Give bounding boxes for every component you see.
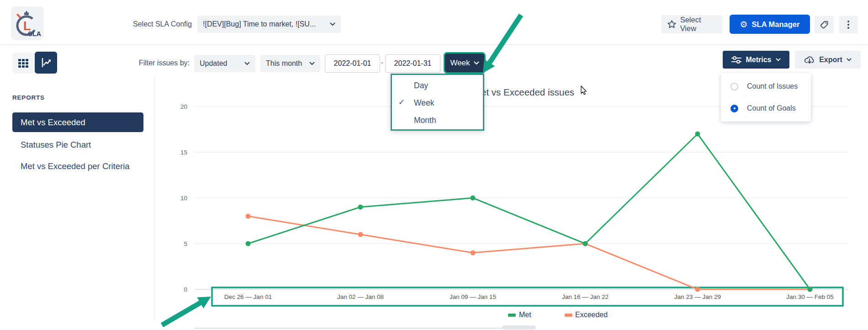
- met-vs-exceeded-line-chart: 05101520Dec 26 — Jan 01Jan 02 — Jan 08Ja…: [0, 0, 868, 330]
- svg-text:15: 15: [180, 149, 187, 156]
- interval-option-label: Week: [414, 98, 434, 108]
- metrics-dropdown-panel: Count of Issues Count of Goals: [721, 73, 811, 122]
- sla-report-page: L SLA Select SLA Config ![DEV][Bug] Time…: [0, 0, 868, 330]
- interval-option-day[interactable]: Day: [392, 77, 483, 94]
- radio-unselected-icon: [730, 83, 738, 90]
- svg-text:Dec 26 — Jan 01: Dec 26 — Jan 01: [224, 293, 272, 300]
- metrics-option-count-of-issues[interactable]: Count of Issues: [721, 75, 811, 97]
- svg-text:20: 20: [180, 103, 187, 110]
- check-icon: ✓: [398, 97, 405, 107]
- svg-text:Jan 16 — Jan 22: Jan 16 — Jan 22: [562, 293, 609, 300]
- interval-dropdown-menu: Day ✓ Week Month: [391, 74, 484, 131]
- svg-text:Jan 09 — Jan 15: Jan 09 — Jan 15: [450, 293, 496, 300]
- chart-title: Met vs Exceeded issues: [473, 87, 574, 98]
- metrics-option-count-of-goals[interactable]: Count of Goals: [721, 97, 811, 119]
- svg-text:Jan 02 — Jan 08: Jan 02 — Jan 08: [337, 293, 384, 300]
- svg-text:10: 10: [180, 195, 187, 202]
- svg-text:Jan 23 — Jan 29: Jan 23 — Jan 29: [674, 293, 721, 300]
- svg-text:5: 5: [184, 240, 187, 247]
- interval-option-label: Month: [414, 116, 436, 125]
- metrics-option-label: Count of Goals: [747, 104, 796, 112]
- radio-selected-icon: [730, 105, 738, 112]
- metrics-option-label: Count of Issues: [747, 82, 798, 90]
- svg-text:Jan 30 — Feb 05: Jan 30 — Feb 05: [786, 293, 834, 300]
- interval-option-label: Day: [414, 81, 428, 90]
- svg-text:0: 0: [184, 286, 187, 293]
- interval-option-month[interactable]: Month: [392, 112, 483, 129]
- interval-option-week[interactable]: ✓ Week: [392, 94, 483, 112]
